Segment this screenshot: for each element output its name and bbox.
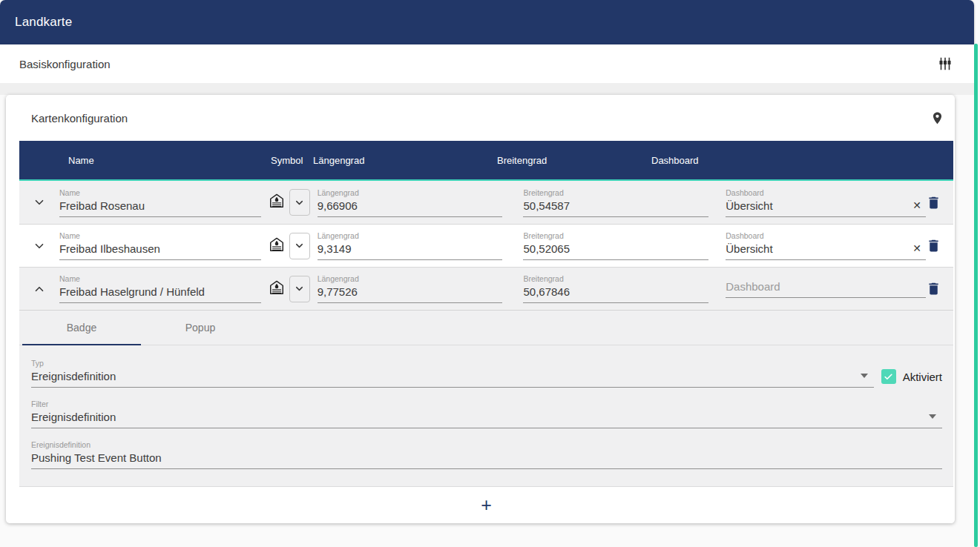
header-symbol: Symbol — [271, 141, 303, 181]
filter-field-label: Filter — [31, 400, 942, 408]
chevron-down-icon — [294, 283, 305, 294]
tune-icon[interactable] — [937, 56, 953, 72]
dashboard-field-label: Dashboard — [726, 188, 926, 197]
pool-house-icon — [269, 279, 285, 299]
row-detail-panel: Badge Popup Typ A — [19, 310, 953, 486]
breitengrad-field-label: Breitengrad — [523, 188, 708, 197]
name-input[interactable] — [59, 285, 261, 303]
laengengrad-field-label: Längengrad — [318, 231, 503, 240]
chevron-up-icon — [33, 282, 46, 296]
dashboard-input[interactable] — [726, 242, 926, 260]
delete-row-button[interactable] — [926, 281, 953, 296]
symbol-dropdown-button[interactable] — [289, 189, 310, 216]
table-header: Name Symbol Längengrad Breitengrad Dashb… — [19, 141, 953, 181]
teal-edge-rail — [974, 44, 978, 547]
chevron-down-icon — [294, 240, 305, 251]
table-row: Name Längengrad — [19, 181, 953, 224]
trash-icon — [926, 238, 941, 253]
pool-house-icon — [269, 193, 285, 212]
plus-icon: + — [481, 496, 492, 514]
basis-config-title: Basiskonfiguration — [19, 58, 111, 70]
typ-field-label: Typ — [31, 359, 874, 368]
ereignisdefinition-input[interactable] — [31, 451, 942, 469]
row-collapse-button[interactable] — [19, 282, 59, 296]
trash-icon — [926, 195, 941, 210]
section-gap — [0, 83, 974, 95]
aktiviert-checkbox[interactable] — [881, 369, 896, 384]
add-row-button[interactable]: + — [19, 486, 953, 523]
karten-config-card: Kartenkonfiguration Name Symbol Längengr… — [6, 95, 955, 523]
breitengrad-field-label: Breitengrad — [523, 274, 708, 283]
symbol-dropdown-button[interactable] — [289, 233, 310, 259]
app-header: Landkarte — [0, 0, 974, 44]
x-icon[interactable]: ✕ — [912, 199, 921, 211]
place-icon[interactable] — [930, 111, 944, 125]
basis-config-bar: Basiskonfiguration — [0, 44, 974, 83]
filter-select[interactable] — [31, 411, 942, 428]
row-expand-button[interactable] — [19, 239, 59, 253]
chevron-down-icon — [33, 239, 46, 253]
aktiviert-label: Aktiviert — [903, 371, 942, 383]
x-icon[interactable]: ✕ — [912, 242, 921, 254]
name-input[interactable] — [59, 199, 261, 217]
tab-popup[interactable]: Popup — [141, 311, 260, 345]
delete-row-button[interactable] — [926, 195, 953, 210]
laengengrad-field-label: Längengrad — [318, 188, 503, 197]
laengengrad-field-label: Längengrad — [318, 274, 503, 283]
typ-select[interactable] — [31, 370, 874, 388]
pool-house-icon — [269, 236, 285, 256]
dashboard-input[interactable] — [726, 280, 926, 298]
name-field-label: Name — [59, 274, 261, 283]
laengengrad-input[interactable] — [318, 285, 503, 303]
page-title: Landkarte — [15, 15, 72, 30]
table-row: Name Längengrad — [19, 267, 953, 310]
header-dashboard: Dashboard — [651, 141, 699, 181]
table-row: Name Längengrad — [19, 224, 953, 267]
breitengrad-field-label: Breitengrad — [523, 231, 708, 240]
dashboard-input[interactable] — [726, 199, 926, 217]
laengengrad-input[interactable] — [318, 199, 503, 217]
header-breitengrad: Breitengrad — [497, 141, 547, 181]
check-icon — [884, 372, 893, 382]
header-name: Name — [68, 141, 94, 181]
row-expand-button[interactable] — [19, 196, 59, 209]
detail-tabs: Badge Popup — [19, 311, 953, 345]
symbol-dropdown-button[interactable] — [289, 276, 310, 302]
breitengrad-input[interactable] — [523, 285, 708, 303]
karten-config-title: Kartenkonfiguration — [31, 112, 128, 125]
delete-row-button[interactable] — [926, 238, 953, 253]
chevron-down-icon — [294, 197, 305, 208]
header-laengengrad: Längengrad — [313, 141, 364, 181]
map-points-table: Name Symbol Längengrad Breitengrad Dashb… — [19, 141, 953, 523]
caret-down-icon[interactable] — [929, 414, 936, 419]
chevron-down-icon — [33, 196, 46, 209]
name-input[interactable] — [59, 242, 261, 260]
name-field-label: Name — [59, 188, 261, 197]
caret-down-icon[interactable] — [861, 374, 868, 378]
name-field-label: Name — [59, 231, 261, 240]
ereignisdefinition-field-label: Ereignisdefinition — [31, 440, 942, 449]
trash-icon — [926, 281, 941, 296]
dashboard-field-label: Dashboard — [726, 231, 926, 240]
breitengrad-input[interactable] — [523, 199, 708, 217]
breitengrad-input[interactable] — [523, 242, 708, 260]
laengengrad-input[interactable] — [318, 242, 503, 260]
tab-badge[interactable]: Badge — [22, 311, 141, 345]
